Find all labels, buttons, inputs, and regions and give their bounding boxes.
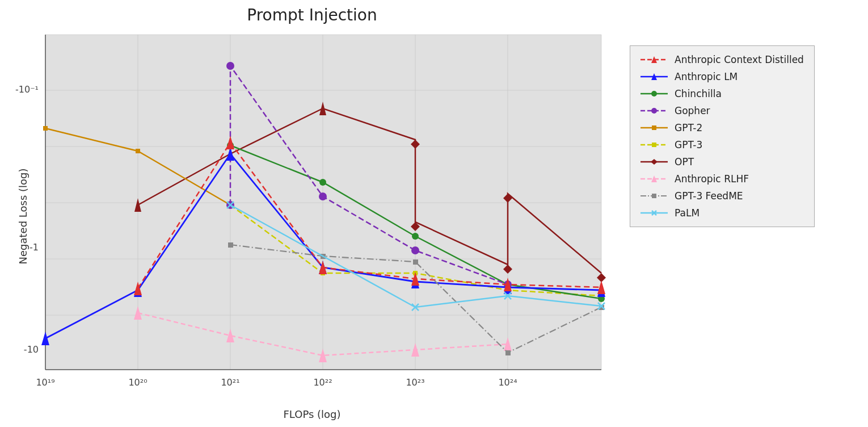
legend-label-anthropic-lm: Anthropic LM — [675, 71, 738, 82]
svg-point-43 — [319, 179, 326, 186]
legend-line-anthropic-rlhf — [641, 174, 668, 184]
svg-text:10²⁴: 10²⁴ — [498, 377, 517, 388]
plot-wrapper: Negated Loss (log) — [6, 29, 618, 404]
svg-text:-10: -10 — [24, 344, 39, 355]
svg-point-50 — [411, 246, 419, 254]
svg-text:-10⁻¹: -10⁻¹ — [15, 84, 39, 95]
chart-area: Prompt Injection Negated Loss (log) — [6, 6, 618, 415]
svg-rect-73 — [505, 350, 511, 355]
legend-line-anthropic-context-distilled — [641, 55, 668, 65]
svg-rect-70 — [228, 242, 233, 248]
svg-text:10²¹: 10²¹ — [221, 377, 239, 388]
x-axis-label: FLOPs (log) — [6, 408, 618, 420]
legend-item-opt: OPT — [641, 156, 804, 168]
legend-line-chinchilla — [641, 89, 668, 99]
legend-label-gpt2: GPT-2 — [675, 122, 702, 133]
legend-label-gpt3-feedme: GPT-3 FeedME — [675, 190, 743, 202]
legend-line-palm — [641, 208, 668, 218]
svg-point-88 — [651, 91, 657, 97]
svg-text:-1: -1 — [30, 242, 39, 253]
legend-label-gpt3: GPT-3 — [675, 139, 702, 150]
legend-item-gpt3-feedme: GPT-3 FeedME — [641, 190, 804, 202]
legend-label-anthropic-context-distilled: Anthropic Context Distilled — [675, 54, 804, 65]
svg-rect-34 — [43, 126, 48, 131]
svg-rect-72 — [413, 259, 418, 265]
svg-text:10²³: 10²³ — [406, 377, 424, 388]
legend-item-gpt2: GPT-2 — [641, 122, 804, 133]
legend-item-anthropic-context-distilled: Anthropic Context Distilled — [641, 54, 804, 65]
legend-line-gopher — [641, 106, 668, 116]
chart-title: Prompt Injection — [6, 6, 618, 24]
y-axis-label: Negated Loss (log) — [17, 169, 29, 265]
svg-rect-92 — [652, 125, 656, 130]
legend-line-anthropic-lm — [641, 72, 668, 82]
svg-point-90 — [651, 108, 657, 114]
legend-box: Anthropic Context Distilled Anthropic LM… — [630, 45, 815, 227]
legend-label-gopher: Gopher — [675, 105, 710, 116]
legend-line-gpt2 — [641, 123, 668, 133]
legend-item-anthropic-lm: Anthropic LM — [641, 71, 804, 82]
legend-label-anthropic-rlhf: Anthropic RLHF — [675, 173, 749, 185]
svg-rect-94 — [652, 143, 656, 147]
legend-line-gpt3 — [641, 140, 668, 150]
svg-marker-96 — [651, 159, 658, 165]
svg-point-44 — [412, 233, 419, 240]
svg-rect-100 — [652, 194, 656, 198]
svg-text:10¹⁹: 10¹⁹ — [36, 377, 54, 388]
legend-label-chinchilla: Chinchilla — [675, 88, 722, 99]
legend-area: Anthropic Context Distilled Anthropic LM… — [618, 34, 840, 233]
legend-item-chinchilla: Chinchilla — [641, 88, 804, 99]
svg-point-49 — [319, 192, 327, 200]
svg-text:10²²: 10²² — [313, 377, 332, 388]
legend-line-gpt3-feedme — [641, 191, 668, 201]
chart-container: Prompt Injection Negated Loss (log) — [0, 0, 868, 427]
legend-label-opt: OPT — [675, 156, 694, 168]
legend-item-palm: PaLM — [641, 207, 804, 219]
legend-item-gpt3: GPT-3 — [641, 139, 804, 150]
svg-rect-35 — [136, 149, 140, 153]
main-chart: -10⁻¹ -1 -10 10¹⁹ 10²⁰ 10²¹ 10²² 10²³ 10… — [6, 29, 618, 404]
svg-point-48 — [226, 62, 234, 70]
svg-text:10²⁰: 10²⁰ — [128, 377, 147, 388]
legend-label-palm: PaLM — [675, 207, 700, 219]
legend-item-gopher: Gopher — [641, 105, 804, 116]
legend-line-opt — [641, 157, 668, 167]
legend-item-anthropic-rlhf: Anthropic RLHF — [641, 173, 804, 185]
